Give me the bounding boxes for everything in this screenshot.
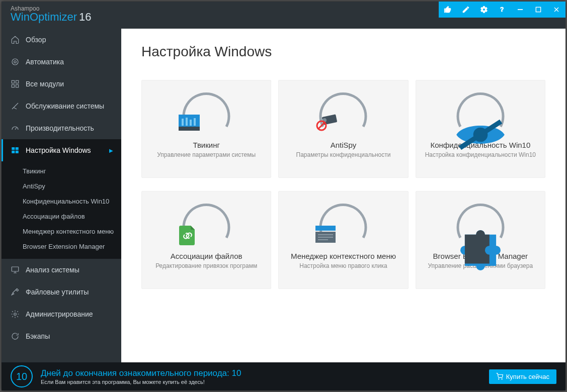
- sidebar-item-file-utilities[interactable]: Файловые утилиты: [2, 281, 121, 303]
- home-icon: [10, 35, 21, 44]
- svg-rect-2: [536, 7, 540, 12]
- thumb-up-icon[interactable]: [439, 2, 457, 18]
- app-window: Ashampoo WinOptimizer16 ? Обзор Автомати…: [2, 2, 565, 390]
- svg-rect-10: [16, 147, 19, 150]
- content-area: Настройка Windows Твикинг Управление пар…: [121, 29, 565, 362]
- sidebar-submenu: Твикинг AntiSpy Конфиденциальность Win10…: [2, 161, 121, 259]
- trial-days-badge: 10: [11, 365, 33, 387]
- refresh-icon: [10, 332, 21, 341]
- sidebar-item-label: Настройка Windows: [26, 146, 91, 154]
- tiles-grid: Твикинг Управление параметрами системы A…: [141, 80, 545, 289]
- sidebar-item-label: Все модули: [26, 80, 64, 88]
- svg-rect-7: [12, 85, 14, 87]
- sidebar-sub-file-assoc[interactable]: Ассоциации файлов: [2, 209, 121, 224]
- svg-rect-17: [186, 118, 188, 126]
- tile-file-assoc[interactable]: Ассоциации файлов Редактирование привязо…: [141, 191, 271, 289]
- svg-rect-16: [182, 119, 184, 126]
- tile-tweaking[interactable]: Твикинг Управление параметрами системы: [141, 80, 271, 178]
- sidebar-item-label: Обзор: [26, 36, 46, 44]
- sidebar-item-maintenance[interactable]: Обслуживание системы: [2, 95, 121, 117]
- trial-text: Дней до окончания ознакомительного перио…: [41, 368, 241, 385]
- sidebar-item-label: Обслуживание системы: [26, 102, 104, 110]
- titlebar: Ashampoo WinOptimizer16 ?: [2, 2, 565, 29]
- svg-point-14: [14, 313, 17, 316]
- tile-win10-privacy[interactable]: Конфиденциальность Win10 Настройка конфи…: [416, 80, 545, 178]
- antispy-icon: [284, 86, 402, 137]
- window-icon: [284, 198, 402, 248]
- chevron-right-icon: ▶: [109, 148, 113, 153]
- svg-rect-29: [318, 234, 333, 235]
- tools-icon: [10, 287, 21, 297]
- eye-off-icon: [421, 86, 540, 137]
- svg-rect-27: [315, 226, 336, 231]
- target-icon: [10, 57, 21, 66]
- grid-icon: [10, 79, 21, 88]
- close-button[interactable]: [547, 2, 565, 18]
- svg-rect-19: [194, 118, 196, 126]
- buy-now-button[interactable]: Купить сейчас: [489, 369, 556, 384]
- trial-bar: 10 Дней до окончания ознакомительного пе…: [2, 362, 565, 390]
- sidebar-item-performance[interactable]: Производительность: [2, 117, 121, 139]
- windows-icon: [10, 146, 21, 155]
- svg-rect-11: [12, 151, 15, 153]
- brand: Ashampoo WinOptimizer16: [11, 6, 92, 23]
- svg-rect-12: [16, 151, 19, 153]
- sidebar-sub-antispy[interactable]: AntiSpy: [2, 178, 121, 193]
- sidebar-item-label: Производительность: [26, 124, 94, 132]
- svg-point-3: [12, 59, 18, 65]
- svg-rect-9: [12, 147, 15, 150]
- svg-line-24: [318, 123, 325, 129]
- svg-rect-5: [12, 80, 14, 83]
- sidebar-item-backups[interactable]: Бэкапы: [2, 325, 121, 347]
- edit-icon[interactable]: [457, 2, 475, 18]
- sidebar-sub-browser-ext[interactable]: Browser Extension Manager: [2, 239, 121, 254]
- sidebar-item-windows-tuning[interactable]: Настройка Windows ▶: [2, 139, 121, 161]
- sidebar-item-label: Бэкапы: [26, 332, 50, 340]
- sliders-icon: [147, 86, 266, 137]
- svg-text:?: ?: [500, 6, 504, 13]
- tile-browser-ext[interactable]: Browser Extension Manager Управление рас…: [416, 191, 545, 289]
- sidebar-item-overview[interactable]: Обзор: [2, 29, 121, 51]
- broom-icon: [10, 102, 21, 111]
- puzzle-icon: [421, 198, 540, 248]
- sidebar-sub-context-menu[interactable]: Менеджер контекстного меню: [2, 224, 121, 239]
- svg-rect-6: [16, 80, 19, 83]
- svg-rect-13: [12, 267, 19, 271]
- help-icon[interactable]: ?: [493, 2, 511, 18]
- trial-line1: Дней до окончания ознакомительного перио…: [41, 368, 241, 378]
- sidebar-item-label: Анализ системы: [26, 266, 79, 274]
- sidebar-item-label: Автоматика: [26, 58, 64, 66]
- sidebar-item-label: Администрирование: [26, 310, 93, 318]
- sidebar-sub-tweaking[interactable]: Твикинг: [2, 163, 121, 178]
- buy-button-label: Купить сейчас: [506, 373, 549, 380]
- brand-name: WinOptimizer16: [11, 11, 92, 23]
- settings-icon[interactable]: [475, 2, 493, 18]
- titlebar-controls: ?: [439, 2, 565, 18]
- sidebar-item-automatic[interactable]: Автоматика: [2, 51, 121, 73]
- gauge-icon: [10, 124, 21, 133]
- gear-icon: [10, 310, 21, 319]
- file-link-icon: [147, 198, 266, 248]
- svg-rect-31: [318, 239, 328, 240]
- page-heading: Настройка Windows: [141, 44, 545, 60]
- maximize-button[interactable]: [529, 2, 547, 18]
- svg-rect-1: [518, 9, 522, 10]
- svg-rect-18: [190, 120, 192, 126]
- tile-antispy[interactable]: AntiSpy Параметры конфиденциальности: [278, 80, 408, 178]
- sidebar-item-label: Файловые утилиты: [26, 288, 89, 296]
- sidebar-item-analysis[interactable]: Анализ системы: [2, 259, 121, 281]
- svg-rect-30: [318, 237, 333, 238]
- monitor-icon: [10, 265, 21, 274]
- svg-point-32: [498, 379, 499, 379]
- minimize-button[interactable]: [511, 2, 529, 18]
- svg-rect-8: [16, 85, 19, 87]
- sidebar: Обзор Автоматика Все модули Обслуживание…: [2, 29, 121, 362]
- sidebar-item-modules[interactable]: Все модули: [2, 73, 121, 95]
- svg-point-4: [14, 61, 17, 63]
- sidebar-item-administration[interactable]: Администрирование: [2, 303, 121, 325]
- svg-point-33: [502, 379, 502, 379]
- sidebar-sub-win10privacy[interactable]: Конфиденциальность Win10: [2, 193, 121, 209]
- tile-context-menu[interactable]: Менеджер контекстного меню Настройка мен…: [278, 191, 408, 289]
- trial-line2: Если Вам нравится эта программа, Вы може…: [41, 379, 241, 385]
- svg-rect-20: [179, 127, 200, 131]
